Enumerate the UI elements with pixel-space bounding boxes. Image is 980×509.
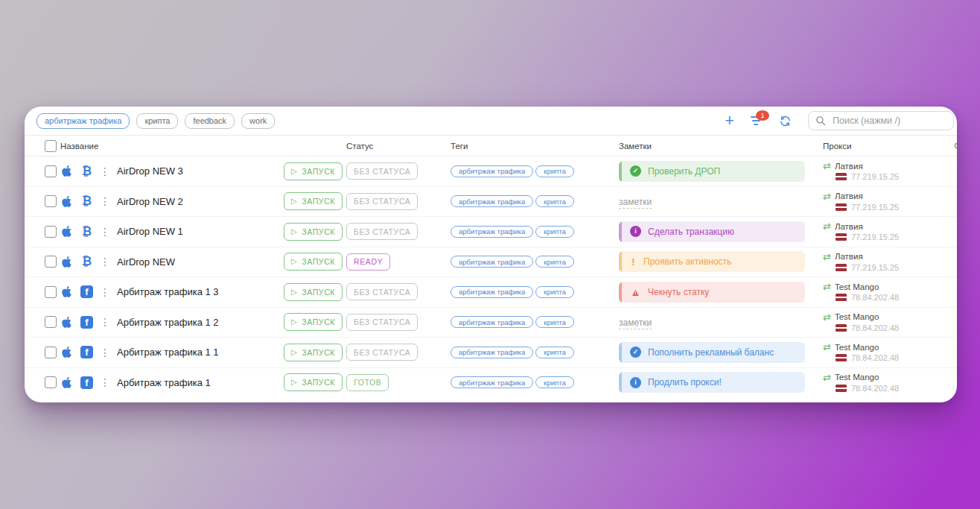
- note-banner[interactable]: iПродлить прокси!: [619, 372, 805, 393]
- row-checkbox[interactable]: [45, 256, 57, 268]
- tag-pill[interactable]: крипта: [535, 316, 573, 328]
- profile-name: Арбитраж трафика 1: [117, 377, 211, 388]
- row-checkbox[interactable]: [45, 286, 57, 298]
- apple-icon: [60, 165, 73, 177]
- row-menu-icon[interactable]: ⋮: [100, 196, 110, 206]
- note-banner[interactable]: ▲Чекнуть статку: [619, 282, 805, 303]
- proxy-info: ⇄ Латвия 77.219.15.25: [823, 252, 899, 272]
- table-row: ₿ ⋮ AirDrop NEW ▷ ЗАПУСК READY арбитржаж…: [25, 247, 957, 278]
- status-pill[interactable]: БЕЗ СТАТУСА: [346, 162, 418, 180]
- apple-icon: [60, 316, 73, 329]
- tag-pill[interactable]: крипта: [535, 226, 573, 238]
- note-link[interactable]: заметки: [619, 197, 652, 209]
- facebook-icon: f: [80, 346, 93, 358]
- launch-button[interactable]: ▷ ЗАПУСК: [284, 162, 343, 180]
- row-checkbox[interactable]: [45, 316, 57, 328]
- filter-chip[interactable]: feedback: [185, 113, 235, 129]
- row-checkbox[interactable]: [45, 165, 57, 177]
- launch-button[interactable]: ▷ ЗАПУСК: [284, 192, 343, 210]
- tag-pill[interactable]: арбитржаж трафика: [451, 226, 533, 238]
- filter-chip[interactable]: work: [241, 113, 275, 129]
- toolbar: арбитржаж трафикакриптаfeedbackwork + 1: [25, 107, 957, 135]
- note-banner[interactable]: !Проявить активность: [619, 251, 805, 272]
- status-pill[interactable]: БЕЗ СТАТУСА: [346, 314, 418, 331]
- launch-button[interactable]: ▷ ЗАПУСК: [284, 344, 343, 361]
- table-row: ₿ ⋮ AirDrop NEW 3 ▷ ЗАПУСК БЕЗ СТАТУСА а…: [25, 157, 957, 187]
- tag-pill[interactable]: арбитржаж трафика: [451, 195, 533, 207]
- proxy-name: Латвия: [835, 222, 863, 231]
- profiles-window: арбитржаж трафикакриптаfeedbackwork + 1: [25, 107, 957, 402]
- proxy-swap-icon: ⇄: [823, 192, 831, 201]
- row-menu-icon[interactable]: ⋮: [100, 166, 110, 177]
- status-pill[interactable]: БЕЗ СТАТУСА: [346, 193, 418, 210]
- tag-pill[interactable]: арбитржаж трафика: [451, 256, 533, 268]
- tag-pill[interactable]: арбитржаж трафика: [451, 316, 533, 328]
- row-menu-icon[interactable]: ⋮: [100, 287, 110, 297]
- row-checkbox[interactable]: [45, 195, 57, 207]
- tag-pill[interactable]: арбитржаж трафика: [451, 376, 533, 388]
- row-menu-icon[interactable]: ⋮: [100, 256, 110, 267]
- table-row: f ⋮ Арбитраж трафика 1 3 ▷ ЗАПУСК БЕЗ СТ…: [25, 277, 957, 308]
- refresh-icon[interactable]: [779, 115, 792, 127]
- note-text: Проявить активность: [643, 256, 731, 267]
- note-link[interactable]: заметки: [619, 317, 652, 329]
- info-circle-icon: i: [630, 226, 641, 237]
- tag-pill[interactable]: крипта: [535, 256, 573, 268]
- proxy-swap-icon: ⇄: [823, 312, 831, 322]
- latvia-flag-icon: [836, 233, 847, 241]
- launch-button[interactable]: ▷ ЗАПУСК: [284, 373, 343, 391]
- tag-pill[interactable]: арбитржаж трафика: [451, 286, 533, 298]
- search-input[interactable]: [831, 115, 946, 127]
- header-notes: Заметки: [619, 142, 652, 151]
- proxy-name: Латвия: [835, 192, 863, 200]
- tag-pill[interactable]: крипта: [535, 347, 573, 358]
- proxy-ip: 78.84.202.48: [851, 323, 899, 332]
- tag-pill[interactable]: арбитржаж трафика: [451, 347, 533, 358]
- note-banner[interactable]: iСделать транзакцию: [619, 221, 805, 242]
- status-pill[interactable]: БЕЗ СТАТУСА: [346, 223, 418, 240]
- tag-pill[interactable]: крипта: [535, 195, 573, 207]
- filter-chip[interactable]: крипта: [136, 113, 178, 129]
- tag-pill[interactable]: крипта: [535, 286, 573, 298]
- launch-button[interactable]: ▷ ЗАПУСК: [284, 283, 343, 301]
- facebook-icon: f: [80, 316, 93, 329]
- tag-pill[interactable]: крипта: [535, 376, 573, 388]
- add-profile-icon[interactable]: +: [725, 113, 734, 129]
- status-pill[interactable]: БЕЗ СТАТУСА: [346, 344, 418, 361]
- search-icon: [815, 116, 826, 126]
- filter-chip[interactable]: арбитржаж трафика: [36, 113, 130, 129]
- tag-pill[interactable]: арбитржаж трафика: [451, 165, 533, 177]
- tag-pill[interactable]: крипта: [535, 165, 573, 177]
- launch-button[interactable]: ▷ ЗАПУСК: [284, 313, 343, 331]
- status-pill[interactable]: БЕЗ СТАТУСА: [346, 283, 418, 300]
- table-row: f ⋮ Арбитраж трафика 1 ▷ ЗАПУСК ГОТОВ ар…: [25, 368, 957, 398]
- row-checkbox[interactable]: [45, 376, 57, 388]
- header-status: Статус: [346, 142, 373, 151]
- column-settings-icon[interactable]: ⚙: [953, 140, 957, 151]
- proxy-name: Test Mango: [835, 343, 879, 352]
- note-text: Сделать транзакцию: [648, 227, 734, 237]
- row-menu-icon[interactable]: ⋮: [100, 347, 110, 358]
- bitcoin-icon: ₿: [80, 195, 93, 207]
- status-pill[interactable]: READY: [346, 253, 390, 271]
- apple-icon: [60, 256, 73, 268]
- table-row: f ⋮ Арбитраж трафика 1 1 ▷ ЗАПУСК БЕЗ СТ…: [25, 338, 957, 368]
- row-checkbox[interactable]: [45, 226, 57, 238]
- row-menu-icon[interactable]: ⋮: [100, 377, 110, 388]
- filters-button[interactable]: 1: [751, 116, 763, 125]
- proxy-swap-icon: ⇄: [823, 373, 831, 382]
- note-banner[interactable]: ✓Проверить ДРОП: [619, 161, 805, 182]
- proxy-swap-icon: ⇄: [823, 282, 831, 291]
- row-checkbox[interactable]: [45, 347, 57, 358]
- status-pill[interactable]: ГОТОВ: [346, 374, 389, 391]
- row-menu-icon[interactable]: ⋮: [100, 317, 110, 327]
- profile-name: AirDrop NEW: [117, 256, 175, 268]
- proxy-info: ⇄ Test Mango 78.84.202.48: [823, 373, 899, 393]
- launch-button[interactable]: ▷ ЗАПУСК: [284, 253, 343, 271]
- warning-triangle-icon: ▲: [630, 287, 641, 297]
- proxy-name: Латвия: [835, 162, 863, 171]
- launch-button[interactable]: ▷ ЗАПУСК: [284, 223, 343, 241]
- row-menu-icon[interactable]: ⋮: [100, 227, 110, 237]
- select-all-checkbox[interactable]: [45, 140, 57, 152]
- note-banner[interactable]: ✓Пополнить рекламный баланс: [619, 342, 805, 363]
